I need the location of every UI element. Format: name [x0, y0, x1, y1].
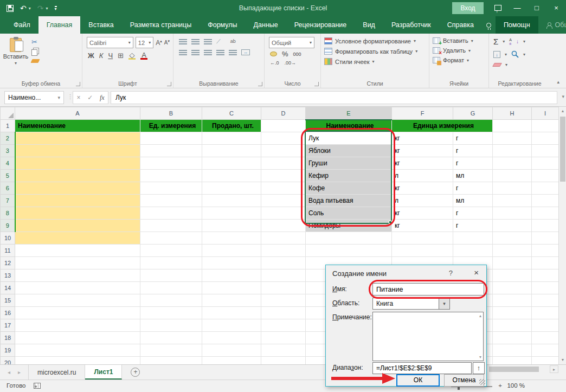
cell-D14[interactable] [261, 282, 306, 294]
cell-A8[interactable] [15, 207, 140, 220]
decrease-decimal-icon[interactable]: .00→ [285, 61, 297, 66]
collapse-ribbon-icon[interactable]: ▴ [557, 79, 559, 85]
cell-H7[interactable] [493, 195, 532, 207]
row-header-9[interactable]: 9 [1, 220, 15, 232]
row-header-1[interactable]: 1 [1, 120, 15, 132]
save-icon[interactable] [7, 5, 14, 12]
autosum-icon[interactable]: Σ [493, 37, 498, 46]
horizontal-scrollbar[interactable]: ▸ [487, 365, 558, 373]
cell-A19[interactable] [15, 344, 140, 357]
cell-H10[interactable] [493, 232, 532, 245]
fill-color-icon[interactable]: ◇ [128, 52, 136, 60]
font-size-select[interactable]: 12▾ [136, 37, 153, 48]
scroll-up-icon[interactable]: ▲ [559, 107, 566, 115]
currency-icon[interactable] [270, 52, 277, 56]
comment-scroll-up-icon[interactable]: ▴ [479, 313, 481, 318]
row-header-8[interactable]: 8 [1, 207, 15, 220]
cell-F6[interactable]: кг [392, 182, 453, 195]
align-right-icon[interactable] [204, 50, 212, 55]
font-dialog-launcher-icon[interactable] [167, 82, 171, 86]
insert-cells-button[interactable]: +Вставить▾ [429, 36, 488, 46]
cell-B11[interactable] [140, 245, 202, 257]
increase-decimal-icon[interactable]: ←.0 [270, 61, 279, 66]
cell-I12[interactable] [532, 257, 559, 269]
row-header-3[interactable]: 3 [1, 145, 15, 157]
ribbon-display-options-button[interactable] [488, 0, 507, 16]
cell-I8[interactable] [532, 207, 559, 220]
sheet-tab-1[interactable]: microexcel.ru [29, 365, 85, 380]
cell-A16[interactable] [15, 307, 140, 319]
cell-E1[interactable]: Наименование [306, 120, 392, 132]
cell-G6[interactable]: г [453, 182, 493, 195]
tab-home[interactable]: Главная [38, 16, 81, 34]
cell-E3[interactable]: Яблоки [306, 145, 392, 157]
cell-I13[interactable] [532, 269, 559, 282]
cell-C9[interactable] [202, 220, 261, 232]
cell-styles-button[interactable]: Стили ячеек▾ [321, 56, 429, 67]
row-header-2[interactable]: 2 [1, 132, 15, 145]
cell-C4[interactable] [202, 157, 261, 170]
row-header-7[interactable]: 7 [1, 195, 15, 207]
wrap-text-icon[interactable]: ab [230, 39, 236, 44]
tab-review[interactable]: Рецензирование [286, 16, 355, 34]
cell-A12[interactable] [15, 257, 140, 269]
cell-C8[interactable] [202, 207, 261, 220]
cell-F2[interactable]: кг [392, 132, 453, 145]
cell-A9[interactable] [15, 220, 140, 232]
sort-filter-icon[interactable]: Ая [509, 38, 512, 46]
scroll-right-icon[interactable]: ▸ [550, 365, 558, 373]
cell-D12[interactable] [261, 257, 306, 269]
cell-E2[interactable]: Лук [306, 132, 392, 145]
cell-I18[interactable] [532, 332, 559, 344]
horizontal-scroll-thumb[interactable] [489, 367, 539, 372]
tab-tellme[interactable] [482, 16, 496, 34]
paste-button[interactable]: Вставить ▾ [0, 34, 31, 66]
tab-view[interactable]: Вид [355, 16, 383, 34]
cell-E10[interactable] [306, 232, 392, 245]
fill-handle[interactable] [389, 221, 392, 224]
cell-F10[interactable] [392, 232, 453, 245]
comment-scroll-down-icon[interactable]: ▾ [479, 355, 481, 359]
tab-data[interactable]: Данные [246, 16, 286, 34]
cell-D1[interactable] [261, 120, 306, 132]
align-bottom-icon[interactable] [204, 39, 212, 44]
cell-D17[interactable] [261, 319, 306, 332]
cell-C17[interactable] [202, 319, 261, 332]
row-header-20[interactable]: 20 [1, 357, 15, 365]
cell-I3[interactable] [532, 145, 559, 157]
grow-font-icon[interactable]: A▴ [156, 39, 162, 47]
select-all-corner[interactable] [1, 107, 15, 120]
row-header-18[interactable]: 18 [1, 332, 15, 344]
cell-I19[interactable] [532, 344, 559, 357]
cell-C3[interactable] [202, 145, 261, 157]
row-header-14[interactable]: 14 [1, 282, 15, 294]
cell-H17[interactable] [493, 319, 532, 332]
cell-B5[interactable] [140, 170, 202, 182]
cell-I5[interactable] [532, 170, 559, 182]
cell-H5[interactable] [493, 170, 532, 182]
column-header-H[interactable]: H [493, 107, 532, 120]
cell-C12[interactable] [202, 257, 261, 269]
cell-C16[interactable] [202, 307, 261, 319]
row-header-13[interactable]: 13 [1, 269, 15, 282]
cell-D15[interactable] [261, 294, 306, 307]
italic-button[interactable]: К [99, 52, 104, 60]
borders-icon[interactable]: ⊞ [118, 52, 124, 60]
cell-B4[interactable] [140, 157, 202, 170]
cell-H6[interactable] [493, 182, 532, 195]
row-header-12[interactable]: 12 [1, 257, 15, 269]
cell-E11[interactable] [306, 245, 392, 257]
scope-dropdown-icon[interactable]: ▾ [439, 298, 449, 309]
cell-D18[interactable] [261, 332, 306, 344]
cell-D4[interactable] [261, 157, 306, 170]
next-sheet-icon[interactable]: ▸ [18, 369, 21, 375]
row-header-6[interactable]: 6 [1, 182, 15, 195]
cell-A4[interactable] [15, 157, 140, 170]
cell-B9[interactable] [140, 220, 202, 232]
cell-A7[interactable] [15, 195, 140, 207]
ok-button[interactable]: ОК [396, 374, 440, 387]
cell-I20[interactable] [532, 357, 559, 365]
underline-button[interactable]: Ч [108, 52, 113, 60]
alignment-dialog-launcher-icon[interactable] [258, 82, 262, 86]
find-select-icon[interactable] [511, 50, 519, 58]
